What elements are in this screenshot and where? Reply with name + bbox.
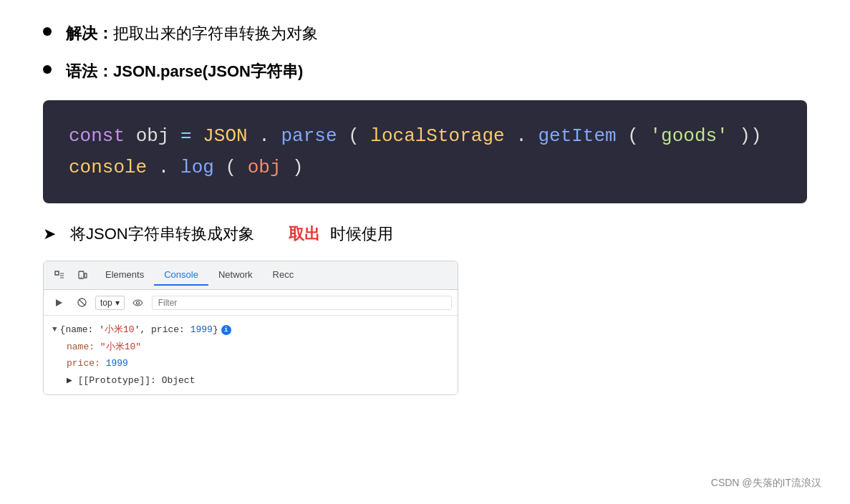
bullet-content-1: 把取出来的字符串转换为对象 bbox=[113, 24, 318, 42]
devtools-inspect-icon[interactable] bbox=[49, 266, 69, 286]
highlight-text: 取出 bbox=[289, 223, 320, 245]
bullet-dot-1 bbox=[43, 27, 52, 36]
svg-rect-2 bbox=[84, 273, 87, 278]
svg-point-7 bbox=[137, 301, 140, 304]
block-icon[interactable] bbox=[72, 294, 91, 312]
eye-icon[interactable] bbox=[129, 294, 148, 312]
code-line-1: const obj = JSON . parse ( localStorage … bbox=[69, 120, 781, 152]
console-obj-line: ▼ {name: '小米10', price: 1999} i bbox=[52, 321, 449, 338]
run-icon[interactable] bbox=[49, 294, 68, 312]
tab-elements[interactable]: Elements bbox=[95, 265, 154, 286]
arrow-symbol: ➤ bbox=[43, 225, 56, 243]
arrow-item: ➤ 将JSON字符串转换成对象 取出 时候使用 bbox=[43, 223, 807, 245]
bullet-label-1: 解决： bbox=[66, 24, 113, 42]
top-chevron: ▾ bbox=[115, 298, 120, 308]
code-goods: 'goods' bbox=[649, 125, 728, 147]
code-space1: obj bbox=[136, 125, 180, 147]
top-selector[interactable]: top ▾ bbox=[95, 296, 125, 310]
bullet-text-1: 解决：把取出来的字符串转换为对象 bbox=[66, 21, 318, 45]
console-proto-text: ▶ [[Prototype]]: Object bbox=[67, 372, 195, 389]
console-name-prop: name: "小米10" bbox=[52, 339, 449, 355]
arrow-suffix: 时候使用 bbox=[330, 223, 393, 245]
code-const: const bbox=[69, 125, 125, 147]
svg-marker-4 bbox=[56, 299, 62, 306]
code-log: log bbox=[180, 157, 214, 178]
code-dot3: . bbox=[158, 157, 170, 178]
devtools-console: ▼ {name: '小米10', price: 1999} i name: "小… bbox=[44, 316, 458, 394]
code-getitem: getItem bbox=[538, 125, 616, 147]
bullet-text-2: 语法：JSON.parse(JSON字符串) bbox=[66, 59, 303, 83]
code-paren2: ( bbox=[627, 125, 639, 147]
devtools-device-icon[interactable] bbox=[72, 266, 92, 286]
tab-recc[interactable]: Recc bbox=[263, 265, 304, 286]
code-json: JSON bbox=[203, 125, 247, 147]
filter-input[interactable] bbox=[152, 296, 452, 310]
code-block: const obj = JSON . parse ( localStorage … bbox=[43, 100, 807, 203]
code-paren5: ) bbox=[292, 157, 304, 178]
code-dot2: . bbox=[516, 125, 527, 147]
code-localstorage: localStorage bbox=[370, 125, 504, 147]
bullet-content-2: JSON.parse(JSON字符串) bbox=[113, 62, 303, 80]
code-parse: parse bbox=[281, 125, 337, 147]
watermark: CSDN @失落的IT流浪汉 bbox=[711, 477, 821, 490]
code-paren3: )) bbox=[739, 125, 761, 147]
console-obj-text: {name: '小米10', price: 1999} bbox=[60, 321, 218, 338]
svg-point-3 bbox=[81, 276, 82, 277]
tab-console[interactable]: Console bbox=[154, 265, 208, 286]
devtools-tabs-bar: Elements Console Network Recc bbox=[44, 261, 458, 290]
top-label: top bbox=[100, 298, 112, 308]
code-obj: obj bbox=[248, 157, 281, 178]
devtools-panel: Elements Console Network Recc top ▾ bbox=[43, 261, 458, 395]
bullet-dot-2 bbox=[43, 65, 52, 74]
bullet-item-2: 语法：JSON.parse(JSON字符串) bbox=[43, 59, 807, 83]
code-console: console bbox=[69, 157, 147, 178]
svg-rect-0 bbox=[55, 271, 59, 275]
code-line-2: console . log ( obj ) bbox=[69, 152, 781, 183]
arrow-text: 将JSON字符串转换成对象 bbox=[70, 223, 254, 245]
bullet-label-2: 语法： bbox=[66, 62, 113, 80]
code-paren1: ( bbox=[348, 125, 359, 147]
bullet-item-1: 解决：把取出来的字符串转换为对象 bbox=[43, 21, 807, 45]
devtools-toolbar: top ▾ bbox=[44, 290, 458, 316]
console-price-prop: price: 1999 bbox=[52, 355, 449, 372]
console-info-icon[interactable]: i bbox=[221, 325, 231, 335]
console-prototype-line: ▶ [[Prototype]]: Object bbox=[52, 372, 449, 389]
code-equals: = bbox=[180, 125, 192, 147]
svg-line-6 bbox=[79, 299, 85, 306]
code-dot1: . bbox=[259, 125, 270, 147]
code-paren4: ( bbox=[225, 157, 236, 178]
tab-network[interactable]: Network bbox=[208, 265, 263, 286]
console-expand-icon[interactable]: ▼ bbox=[52, 323, 57, 337]
